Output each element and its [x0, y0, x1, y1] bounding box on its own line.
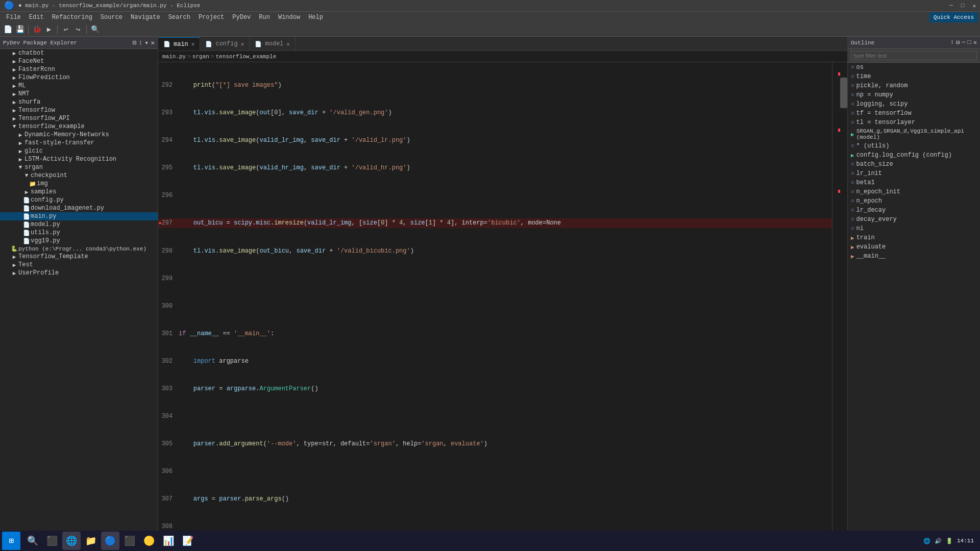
menu-search[interactable]: Search — [164, 12, 194, 22]
minimize-btn[interactable]: ─ — [949, 3, 953, 9]
outline-item-batch-size[interactable]: ○ batch_size — [848, 160, 980, 169]
outline-item-tf[interactable]: ○ tf = tensorflow — [848, 109, 980, 118]
menu-window[interactable]: Window — [274, 12, 304, 22]
tab-config[interactable]: 📄 config ✕ — [200, 37, 250, 51]
outline-maximize-icon[interactable]: □ — [968, 39, 971, 46]
sidebar-item-test[interactable]: ▶ Test — [0, 261, 158, 269]
toolbar-debug[interactable]: 🐞 — [31, 24, 42, 35]
menu-source[interactable]: Source — [96, 12, 127, 22]
taskbar-app2[interactable]: 📝 — [179, 532, 197, 550]
sidebar-item-dynamic-memory[interactable]: ▶ Dynamic-Memory-Networks — [0, 131, 158, 139]
taskbar-search[interactable]: 🔍 — [23, 532, 42, 550]
tab-main-close[interactable]: ✕ — [191, 41, 195, 47]
outline-item-train[interactable]: ▶ train — [848, 233, 980, 242]
outline-item-main[interactable]: ▶ __main__ — [848, 252, 980, 261]
outline-item-pickle[interactable]: ○ pickle, random — [848, 81, 980, 90]
outline-item-evaluate[interactable]: ▶ evaluate — [848, 242, 980, 252]
menu-run[interactable]: Run — [255, 12, 274, 22]
sidebar-close-icon[interactable]: ✕ — [151, 39, 155, 47]
sidebar-item-model[interactable]: 📄 model.py — [0, 220, 158, 229]
close-btn[interactable]: ✕ — [972, 3, 976, 9]
maximize-btn[interactable]: □ — [961, 3, 965, 9]
sidebar-item-userprofile[interactable]: ▶ UserProfile — [0, 269, 158, 277]
sidebar-item-tensorflow-api[interactable]: ▶ Tensorflow_API — [0, 114, 158, 122]
sidebar-item-tensorflow-example[interactable]: ▼ tensorflow_example — [0, 122, 158, 131]
sidebar-item-utils[interactable]: 📄 utils.py — [0, 229, 158, 237]
sidebar-item-chatbot[interactable]: ▶ chatbot — [0, 49, 158, 57]
code-scroll-area[interactable]: 292 print("[*] save images") 293 tl.vis.… — [158, 62, 832, 540]
outline-item-n-epoch[interactable]: ○ n_epoch — [848, 196, 980, 206]
tab-main[interactable]: 📄 main ✕ — [158, 37, 200, 51]
menu-help[interactable]: Help — [304, 12, 327, 22]
sidebar-item-lstm[interactable]: ▶ LSTM-Activity Recognition — [0, 155, 158, 163]
sidebar-item-fasterrcnn[interactable]: ▶ FasterRcnn — [0, 65, 158, 73]
editor-scroll-thumb[interactable] — [840, 78, 847, 108]
outline-item-logging[interactable]: ○ logging, scipy — [848, 99, 980, 109]
sidebar-item-ml[interactable]: ▶ ML — [0, 82, 158, 90]
sidebar-item-main[interactable]: 📄 main.py — [0, 212, 158, 220]
taskbar-taskview[interactable]: ⬛ — [43, 532, 61, 550]
sidebar-item-facenet[interactable]: ▶ FaceNet — [0, 57, 158, 65]
sidebar-menu-icon[interactable]: ▾ — [144, 39, 149, 47]
menu-file[interactable]: File — [2, 12, 25, 22]
start-button[interactable]: ⊞ — [2, 532, 20, 550]
outline-item-srgan-model[interactable]: ▶ SRGAN_g,SRGAN_d,Vgg19_simple_api (mode… — [848, 127, 980, 141]
taskbar-cmd[interactable]: ⬛ — [120, 532, 139, 550]
outline-filter-input[interactable] — [851, 51, 977, 60]
sidebar-item-tensorflow[interactable]: ▶ Tensorflow — [0, 106, 158, 114]
outline-minimize-icon[interactable]: ─ — [962, 39, 965, 46]
taskbar-ie[interactable]: 🌐 — [62, 532, 81, 550]
toolbar-redo[interactable]: ↪ — [72, 24, 84, 35]
sidebar-item-srgan[interactable]: ▼ srgan — [0, 163, 158, 171]
taskbar-eclipse[interactable]: 🔵 — [101, 532, 119, 550]
outline-item-numpy[interactable]: ○ np = numpy — [848, 90, 980, 99]
toolbar-search[interactable]: 🔍 — [89, 24, 101, 35]
tab-config-close[interactable]: ✕ — [241, 41, 244, 47]
outline-item-os[interactable]: ○ os — [848, 63, 980, 72]
sidebar-sync-icon[interactable]: ↕ — [139, 39, 143, 47]
outline-item-n-epoch-init[interactable]: ○ n_epoch_init — [848, 187, 980, 196]
outline-item-lr-init[interactable]: ○ lr_init — [848, 169, 980, 178]
toolbar-save[interactable]: 💾 — [14, 24, 26, 35]
outline-sort-icon[interactable]: ↕ — [950, 39, 954, 46]
sidebar-item-samples[interactable]: ▶ samples — [0, 188, 158, 196]
taskbar-files[interactable]: 📁 — [82, 532, 100, 550]
tab-model-close[interactable]: ✕ — [286, 41, 290, 47]
sidebar-item-vgg19[interactable]: 📄 vgg19.py — [0, 237, 158, 245]
sidebar-item-fast-style[interactable]: ▶ fast-style-transfer — [0, 139, 158, 147]
tab-model[interactable]: 📄 model ✕ — [250, 37, 296, 51]
sidebar-item-checkpoint[interactable]: ▼ checkpoint — [0, 171, 158, 180]
sidebar-item-python[interactable]: 🐍 python (e:\Progr... conda3\python.exe) — [0, 245, 158, 253]
outline-collapse-icon[interactable]: ⊟ — [956, 39, 960, 46]
menu-pydev[interactable]: PyDev — [228, 12, 255, 22]
sidebar-item-flowprediction[interactable]: ▶ FlowPrediction — [0, 73, 158, 82]
editor-scrollbar[interactable] — [840, 62, 847, 540]
taskbar-chrome[interactable]: 🟡 — [140, 532, 158, 550]
outline-item-config-log[interactable]: ▶ config.log_config (config) — [848, 151, 980, 160]
quick-access-button[interactable]: Quick Access — [929, 12, 978, 22]
menu-edit[interactable]: Edit — [25, 12, 48, 22]
taskbar-app1[interactable]: 📊 — [159, 532, 178, 550]
outline-item-beta1[interactable]: ○ beta1 — [848, 178, 980, 187]
sidebar-item-tf-template[interactable]: ▶ Tensorflow_Template — [0, 253, 158, 261]
menu-project[interactable]: Project — [194, 12, 228, 22]
outline-item-utils[interactable]: ○ * (utils) — [848, 141, 980, 151]
outline-item-decay-every[interactable]: ○ decay_every — [848, 215, 980, 224]
menu-refactoring[interactable]: Refactoring — [48, 12, 96, 22]
toolbar-run[interactable]: ▶ — [43, 24, 55, 35]
sidebar-item-nmt[interactable]: ▶ NMT — [0, 90, 158, 98]
sidebar-item-download[interactable]: 📄 download_imagenet.py — [0, 204, 158, 212]
sidebar-item-shurfa[interactable]: ▶ shurfa — [0, 98, 158, 106]
sidebar-item-glcic[interactable]: ▶ glcic — [0, 147, 158, 155]
outline-item-lr-decay[interactable]: ○ lr_decay — [848, 206, 980, 215]
sidebar-item-img[interactable]: 📁 img — [0, 180, 158, 188]
toolbar-new[interactable]: 📄 — [2, 24, 13, 35]
outline-close-icon[interactable]: ✕ — [973, 39, 977, 46]
code-content[interactable]: 292 print("[*] save images") 293 tl.vis.… — [158, 62, 832, 540]
menu-navigate[interactable]: Navigate — [127, 12, 164, 22]
outline-item-tl[interactable]: ○ tl = tensorlayer — [848, 118, 980, 127]
outline-item-ni[interactable]: ○ ni — [848, 224, 980, 233]
toolbar-undo[interactable]: ↩ — [60, 24, 71, 35]
sidebar-item-config[interactable]: 📄 config.py — [0, 196, 158, 204]
outline-item-time[interactable]: ○ time — [848, 72, 980, 81]
